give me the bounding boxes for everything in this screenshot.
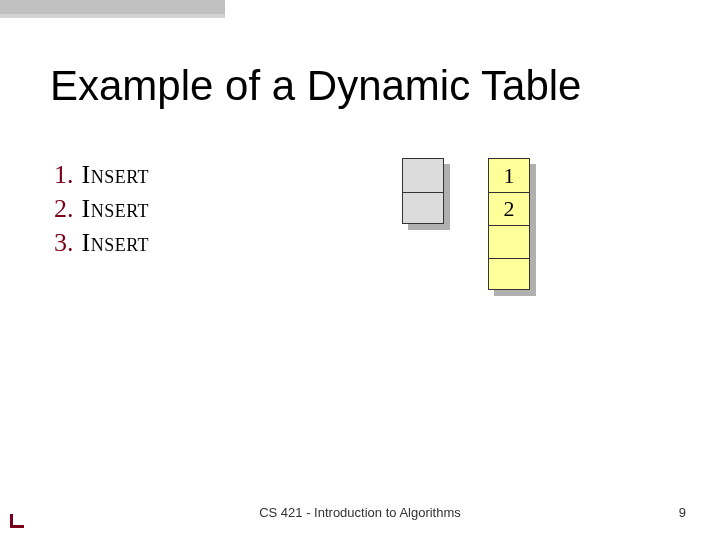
- list-number: 2.: [54, 194, 74, 224]
- list-op: Insert: [82, 228, 150, 258]
- list-op: Insert: [82, 194, 150, 224]
- list-item: 3. Insert: [54, 228, 149, 258]
- list-number: 3.: [54, 228, 74, 258]
- header-band: [0, 0, 225, 14]
- corner-accent-icon: [10, 514, 24, 528]
- footer-course: CS 421 - Introduction to Algorithms: [0, 505, 720, 520]
- old-table: [402, 158, 444, 224]
- list-item: 2. Insert: [54, 194, 149, 224]
- table-cell-value: 1: [489, 163, 529, 189]
- new-table: 1 2: [488, 158, 530, 290]
- operations-list: 1. Insert 2. Insert 3. Insert: [54, 160, 149, 262]
- list-number: 1.: [54, 160, 74, 190]
- list-op: Insert: [82, 160, 150, 190]
- list-item: 1. Insert: [54, 160, 149, 190]
- header-band-shadow: [0, 14, 225, 18]
- table-cell-value: 2: [489, 196, 529, 222]
- slide-title: Example of a Dynamic Table: [50, 62, 581, 110]
- slide-number: 9: [679, 505, 686, 520]
